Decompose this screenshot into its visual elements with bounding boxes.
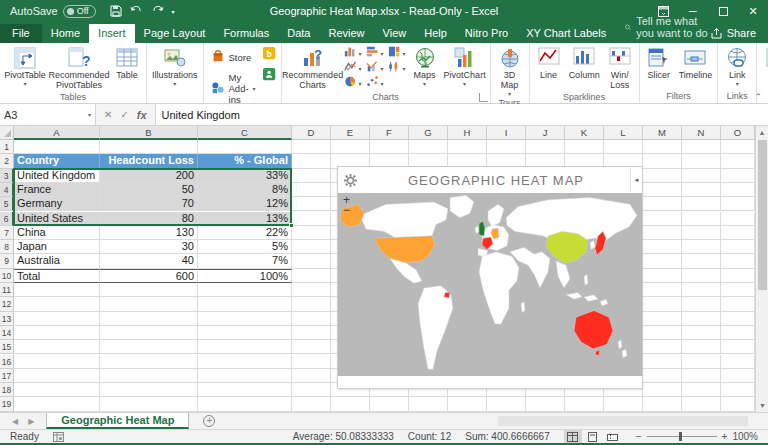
cell-O7[interactable]: [721, 226, 755, 240]
cell-A9[interactable]: Australia: [14, 254, 100, 268]
macro-record-icon[interactable]: [53, 432, 64, 442]
page-layout-view-button[interactable]: [584, 430, 602, 443]
zoom-out-button[interactable]: −: [636, 431, 642, 442]
row-header-12[interactable]: 12: [0, 297, 14, 311]
cell-B19[interactable]: [100, 397, 198, 411]
cell-N15[interactable]: [682, 340, 721, 354]
bing-maps-icon[interactable]: b: [263, 47, 277, 65]
cell-N10[interactable]: [682, 269, 721, 283]
cell-O2[interactable]: [721, 154, 755, 168]
row-header-17[interactable]: 17: [0, 369, 14, 383]
cell-N2[interactable]: [682, 154, 721, 168]
cell-N9[interactable]: [682, 254, 721, 268]
cell-O12[interactable]: [721, 297, 755, 311]
row-header-16[interactable]: 16: [0, 355, 14, 369]
cell-N12[interactable]: [682, 297, 721, 311]
cell-O11[interactable]: [721, 283, 755, 297]
cell-O14[interactable]: [721, 326, 755, 340]
cell-C18[interactable]: [198, 383, 292, 397]
tab-data[interactable]: Data: [278, 24, 319, 43]
cell-M18[interactable]: [643, 383, 682, 397]
horizontal-scrollbar[interactable]: [498, 416, 748, 426]
tab-view[interactable]: View: [374, 24, 416, 43]
cell-D1[interactable]: [292, 140, 331, 154]
dialog-launcher-icon[interactable]: [479, 93, 488, 102]
cell-C16[interactable]: [198, 355, 292, 369]
cell-B16[interactable]: [100, 355, 198, 369]
tab-page-layout[interactable]: Page Layout: [135, 24, 215, 43]
cell-B8[interactable]: 30: [100, 240, 198, 254]
tab-home[interactable]: Home: [42, 24, 89, 43]
row-header-19[interactable]: 19: [0, 397, 14, 411]
zoom-slider[interactable]: [647, 436, 717, 437]
column-header-C[interactable]: C: [198, 126, 292, 140]
cell-M1[interactable]: [643, 140, 682, 154]
cell-K1[interactable]: [565, 140, 604, 154]
cell-A6[interactable]: United States: [14, 212, 100, 226]
cell-O3[interactable]: [721, 169, 755, 183]
column-header-F[interactable]: F: [370, 126, 409, 140]
my-add-ins-button[interactable]: My Add-ins▾: [208, 70, 259, 107]
tab-help[interactable]: Help: [415, 24, 456, 43]
store-button[interactable]: Store: [208, 47, 259, 67]
cell-A2[interactable]: Country: [14, 154, 100, 168]
cell-D18[interactable]: [292, 383, 331, 397]
autosave-toggle[interactable]: AutoSave Off: [10, 5, 96, 18]
column-header-K[interactable]: K: [565, 126, 604, 140]
cell-D19[interactable]: [292, 397, 331, 411]
tab-nitro-pro[interactable]: Nitro Pro: [456, 24, 517, 43]
formula-input[interactable]: United Kingdom: [156, 104, 768, 125]
cell-O1[interactable]: [721, 140, 755, 154]
cell-O4[interactable]: [721, 183, 755, 197]
cell-B1[interactable]: [100, 140, 198, 154]
cell-B9[interactable]: 40: [100, 254, 198, 268]
row-header-2[interactable]: 2: [0, 154, 14, 168]
cell-C7[interactable]: 22%: [198, 226, 292, 240]
cell-H19[interactable]: [448, 397, 487, 411]
cell-M15[interactable]: [643, 340, 682, 354]
row-header-3[interactable]: 3: [0, 169, 14, 183]
cell-B11[interactable]: [100, 283, 198, 297]
pivotchart-button[interactable]: PivotChart▾: [442, 44, 488, 87]
zoom-slider-thumb[interactable]: [679, 432, 682, 441]
column-header-H[interactable]: H: [448, 126, 487, 140]
cell-C9[interactable]: 7%: [198, 254, 292, 268]
cell-N11[interactable]: [682, 283, 721, 297]
cell-N14[interactable]: [682, 326, 721, 340]
tab-insert[interactable]: Insert: [89, 24, 135, 43]
cell-B10[interactable]: 600: [100, 269, 198, 283]
cell-A4[interactable]: France: [14, 183, 100, 197]
chart-collapse-icon[interactable]: ◂: [630, 168, 642, 192]
name-box[interactable]: A3 ▾: [0, 104, 96, 125]
cell-D11[interactable]: [292, 283, 331, 297]
cell-A18[interactable]: [14, 383, 100, 397]
row-header-14[interactable]: 14: [0, 326, 14, 340]
cell-M9[interactable]: [643, 254, 682, 268]
tab-review[interactable]: Review: [319, 24, 373, 43]
cell-N1[interactable]: [682, 140, 721, 154]
column-header-M[interactable]: M: [643, 126, 682, 140]
cell-M6[interactable]: [643, 212, 682, 226]
cell-N4[interactable]: [682, 183, 721, 197]
active-sheet-tab[interactable]: Geographic Heat Map: [46, 413, 189, 429]
cell-M11[interactable]: [643, 283, 682, 297]
recommended-charts-button[interactable]: ?Recommended Charts: [284, 44, 342, 91]
cell-M2[interactable]: [643, 154, 682, 168]
cell-O17[interactable]: [721, 369, 755, 383]
cell-O6[interactable]: [721, 212, 755, 226]
cell-C17[interactable]: [198, 369, 292, 383]
maps-button[interactable]: Maps▾: [408, 44, 442, 87]
row-header-1[interactable]: 1: [0, 140, 14, 154]
3d-map-button[interactable]: 3D Map▾: [493, 44, 527, 97]
cell-A16[interactable]: [14, 355, 100, 369]
close-button[interactable]: ✕: [738, 0, 768, 22]
row-header-8[interactable]: 8: [0, 240, 14, 254]
cell-O18[interactable]: [721, 383, 755, 397]
column-header-G[interactable]: G: [409, 126, 448, 140]
cell-B7[interactable]: 130: [100, 226, 198, 240]
cell-A7[interactable]: China: [14, 226, 100, 240]
maximize-button[interactable]: [708, 0, 738, 22]
cell-B2[interactable]: Headcount Loss: [100, 154, 198, 168]
cell-C14[interactable]: [198, 326, 292, 340]
cell-D9[interactable]: [292, 254, 331, 268]
